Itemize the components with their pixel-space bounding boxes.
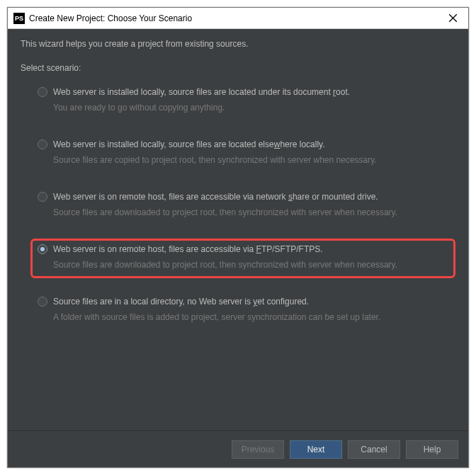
scenario-option-1: Web server is installed locally, source … [30,134,455,173]
scenario-option-4: Source files are in a local directory, n… [30,291,455,331]
cancel-button[interactable]: Cancel [348,440,400,459]
help-button[interactable]: Help [406,440,458,459]
scenario-option-0: Web server is installed locally, source … [30,81,455,121]
scenario-radio-1[interactable]: Web server is installed locally, source … [38,139,448,149]
intro-text: This wizard helps you create a project f… [21,39,455,49]
scenario-radio-2[interactable]: Web server is on remote host, files are … [38,192,448,202]
scenario-label: Web server is on remote host, files are … [53,244,323,254]
scenario-radio-4[interactable]: Source files are in a local directory, n… [38,297,448,307]
radio-icon [38,139,47,149]
close-icon [449,14,457,22]
scenario-label: Web server is installed locally, source … [53,87,350,97]
scenario-description: Source files are downloaded to project r… [53,260,448,270]
select-scenario-label: Select scenario: [21,63,455,73]
dialog-window: PS Create New Project: Choose Your Scena… [7,7,469,468]
radio-icon [38,87,47,97]
scenario-radio-0[interactable]: Web server is installed locally, source … [38,87,448,97]
scenario-options: Web server is installed locally, source … [21,81,455,331]
next-button[interactable]: Next [290,440,342,459]
radio-icon [38,244,47,254]
scenario-description: Source files are downloaded to project r… [53,207,448,217]
titlebar: PS Create New Project: Choose Your Scena… [8,8,468,29]
previous-button[interactable]: Previous [232,440,284,459]
scenario-option-3: Web server is on remote host, files are … [30,239,455,278]
scenario-description: A folder with source files is added to p… [53,312,448,322]
dialog-footer: Previous Next Cancel Help [8,430,468,467]
scenario-label: Source files are in a local directory, n… [53,297,309,307]
close-button[interactable] [443,8,463,28]
scenario-option-2: Web server is on remote host, files are … [30,186,455,226]
scenario-label: Web server is installed locally, source … [53,139,325,149]
app-logo-icon: PS [13,13,25,24]
radio-icon [38,297,47,307]
radio-icon [38,192,47,202]
scenario-radio-3[interactable]: Web server is on remote host, files are … [38,244,448,254]
scenario-description: Source files are copied to project root,… [53,155,448,165]
scenario-label: Web server is on remote host, files are … [53,192,378,202]
dialog-content: This wizard helps you create a project f… [8,29,468,430]
window-title: Create New Project: Choose Your Scenario [29,13,443,23]
scenario-description: You are ready to go without copying anyt… [53,103,448,113]
